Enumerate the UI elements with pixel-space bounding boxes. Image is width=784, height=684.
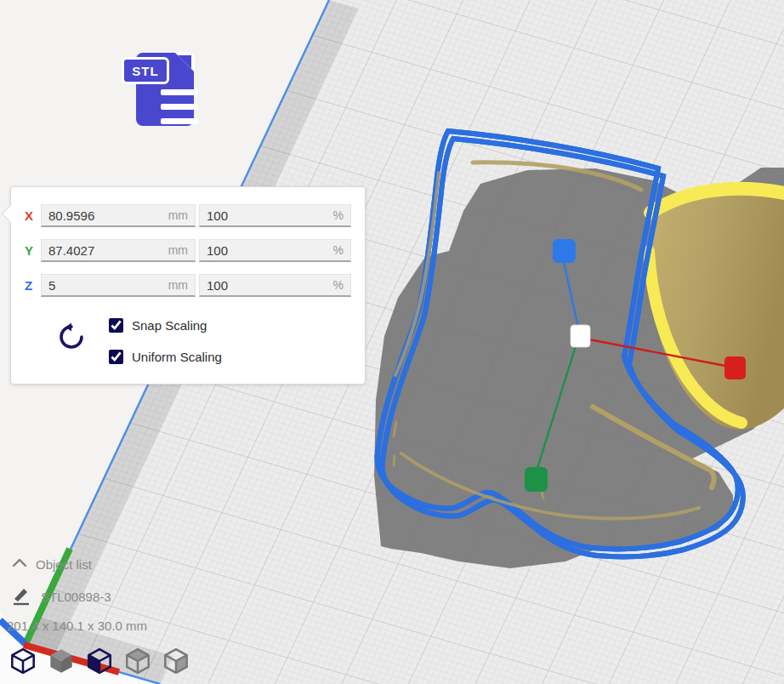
- scale-handle-x[interactable]: [724, 356, 746, 379]
- scale-tool-panel: X mm % Y mm % Z: [10, 186, 366, 385]
- stl-label: STL: [122, 57, 169, 84]
- reset-icon: [57, 322, 86, 351]
- object-list-header[interactable]: Object list: [36, 557, 92, 572]
- scale-z-percent-field: %: [199, 274, 351, 297]
- object-list-item-name[interactable]: STL00898-3: [41, 590, 111, 604]
- scale-handle-center[interactable]: [571, 325, 590, 347]
- view-front-button[interactable]: [48, 648, 74, 675]
- view-3d-button[interactable]: [10, 648, 36, 675]
- uniform-scaling-label: Uniform Scaling: [132, 350, 222, 364]
- cube-top-icon: [88, 648, 111, 674]
- scale-row-y: Y mm %: [11, 239, 365, 262]
- scale-y-percent-unit: %: [333, 243, 344, 257]
- scale-y-mm-field: mm: [41, 239, 196, 262]
- scale-row-x: X mm %: [11, 204, 365, 227]
- scale-z-percent-unit: %: [333, 278, 344, 292]
- scale-row-z: Z mm %: [11, 274, 365, 297]
- scale-x-percent-unit: %: [333, 208, 344, 222]
- uniform-scaling-row: Uniform Scaling: [109, 348, 222, 365]
- scale-handle-y[interactable]: [525, 467, 548, 492]
- scale-x-mm-input[interactable]: [48, 208, 163, 223]
- scale-y-mm-unit: mm: [168, 243, 188, 257]
- snap-scaling-label: Snap Scaling: [132, 318, 207, 333]
- scale-x-mm-field: mm: [41, 204, 196, 227]
- axis-label-y: Y: [25, 243, 40, 258]
- scale-x-percent-field: %: [199, 204, 351, 227]
- chevron-up-icon: [12, 558, 27, 568]
- cura-viewport: STL X mm % Y mm %: [0, 0, 784, 684]
- camera-view-toolbar: [10, 648, 189, 675]
- rename-object-button[interactable]: [10, 585, 32, 607]
- cube-right-icon: [164, 648, 188, 674]
- scale-z-mm-field: mm: [41, 274, 196, 297]
- view-left-button[interactable]: [125, 648, 151, 675]
- stl-file-icon: STL: [122, 47, 202, 132]
- axis-label-z: Z: [25, 278, 40, 293]
- cube-3d-icon: [11, 648, 35, 674]
- uniform-scaling-checkbox[interactable]: [109, 350, 123, 364]
- scale-z-mm-input[interactable]: [48, 278, 163, 293]
- scale-x-mm-unit: mm: [168, 208, 188, 222]
- pencil-icon: [11, 585, 31, 606]
- scale-x-percent-input[interactable]: [207, 208, 328, 223]
- scale-z-percent-input[interactable]: [207, 278, 328, 293]
- object-list-toggle[interactable]: [10, 556, 29, 572]
- snap-scaling-checkbox[interactable]: [109, 318, 123, 333]
- cube-front-icon: [49, 648, 73, 674]
- view-top-button[interactable]: [87, 648, 112, 675]
- scale-handle-z[interactable]: [553, 239, 576, 263]
- view-right-button[interactable]: [163, 648, 189, 675]
- cube-left-icon: [126, 648, 150, 674]
- reset-scale-button[interactable]: [55, 322, 88, 354]
- scale-y-percent-input[interactable]: [207, 243, 328, 258]
- axis-label-x: X: [25, 208, 40, 223]
- scale-z-mm-unit: mm: [168, 278, 188, 292]
- scale-y-mm-input[interactable]: [48, 243, 163, 258]
- model-dimensions: 201.4 x 140.1 x 30.0 mm: [7, 618, 147, 633]
- scale-y-percent-field: %: [199, 239, 351, 262]
- snap-scaling-row: Snap Scaling: [109, 316, 207, 333]
